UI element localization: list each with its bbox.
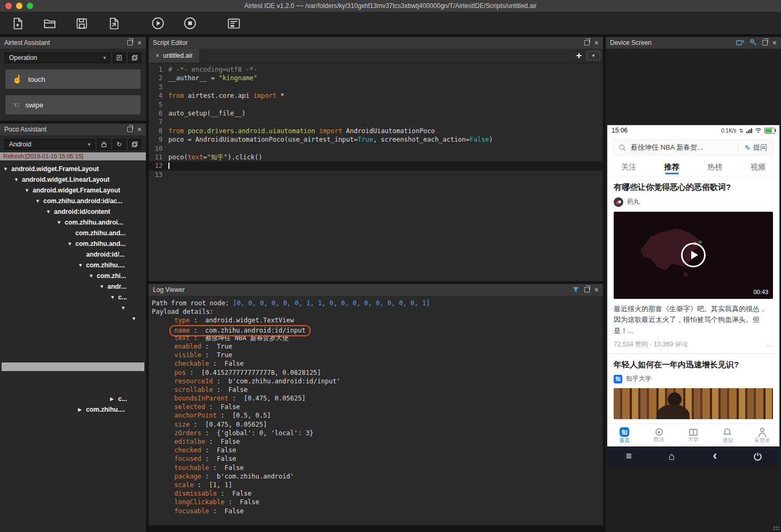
tree-node[interactable]: ▼ (0, 303, 146, 313)
tree-node[interactable]: ▼com.zhihu.android:id/ac... (0, 196, 146, 206)
rotate-screen-button[interactable] (736, 38, 744, 48)
tree-node[interactable]: ▼ (0, 313, 146, 324)
tab-untitled-air[interactable]: × untitled.air (149, 49, 200, 63)
poco-driver-select[interactable]: Android ▾ (5, 139, 95, 150)
tab-热榜[interactable]: 热榜 (693, 159, 737, 176)
power-button[interactable] (737, 451, 780, 461)
tree-node[interactable]: ▼com.zhihu.and... (0, 238, 146, 249)
search-query[interactable]: 蔡徐坤任 NBA 新春贺... (631, 143, 738, 152)
new-script-button[interactable] (9, 14, 27, 33)
tree-node[interactable]: ▼android:id/content (0, 206, 146, 217)
chevron-down-icon[interactable]: ▼ (57, 220, 65, 225)
save-as-button[interactable] (105, 14, 123, 33)
author-row[interactable]: 药丸 (614, 197, 773, 207)
close-panel-icon[interactable]: × (594, 39, 599, 47)
video-thumbnail[interactable]: 00:43 (614, 212, 773, 299)
play-button[interactable] (681, 243, 706, 267)
window-resize-grip[interactable] (773, 526, 779, 531)
chevron-down-icon[interactable]: ▼ (3, 166, 11, 172)
float-panel-icon[interactable] (584, 287, 590, 292)
close-panel-icon[interactable]: × (137, 126, 142, 133)
tree-node[interactable]: ▼com.zhihu.androi... (0, 217, 146, 228)
float-panel-icon[interactable] (127, 40, 133, 45)
tab-推荐[interactable]: 推荐 (651, 159, 694, 176)
tree-node[interactable]: ▼andr... (0, 281, 146, 292)
code-line[interactable]: 3 (149, 83, 603, 91)
nav-item-大学[interactable]: 大学 (676, 424, 710, 446)
chevron-down-icon[interactable]: ▼ (46, 209, 54, 214)
chevron-down-icon[interactable]: ▼ (78, 263, 86, 268)
record-button[interactable] (128, 52, 141, 63)
copy-node-button[interactable] (128, 139, 141, 150)
device-phone-screen[interactable]: 15:06 0.1K/s ⇅ 蔡徐坤任 NBA 新春贺... (607, 125, 779, 466)
close-panel-icon[interactable]: × (137, 39, 142, 47)
tree-node[interactable]: ▼c... (0, 292, 146, 303)
tree-selection-bar[interactable] (2, 363, 144, 371)
chevron-down-icon[interactable]: ▼ (35, 198, 43, 204)
float-panel-icon[interactable] (584, 40, 590, 45)
close-window-button[interactable] (5, 3, 12, 9)
tree-node[interactable]: ▼android.widget.FrameLayout (0, 185, 146, 196)
poco-hierarchy-tree[interactable]: ▼android.widget.FrameLayout▼android.widg… (0, 160, 146, 532)
question-title[interactable]: 有哪些让你觉得恶心的恶俗歌词? (614, 182, 773, 192)
code-line[interactable]: 4from airtest.core.api import * (149, 91, 603, 100)
tab-关注[interactable]: 关注 (607, 159, 651, 176)
stop-script-button[interactable] (181, 14, 199, 33)
chevron-down-icon[interactable]: ▼ (99, 284, 107, 289)
tree-node[interactable]: ▼com.zhi... (0, 271, 146, 281)
answer-image[interactable] (614, 388, 773, 419)
question-title[interactable]: 年轻人如何在一年内迅速增长见识? (614, 359, 773, 370)
tree-node[interactable]: ▼android.widget.LinearLayout (0, 174, 146, 185)
filter-log-button[interactable] (572, 286, 579, 294)
code-line[interactable]: 13 (149, 171, 603, 179)
tree-node[interactable]: ▶c... (0, 394, 146, 404)
author-name[interactable]: 知乎大学 (626, 374, 652, 383)
tab-视频[interactable]: 视频 (737, 159, 780, 176)
view-log-button[interactable] (225, 14, 243, 33)
code-line[interactable]: 9poco = AndroidUiautomationPoco(use_airt… (149, 135, 603, 144)
open-script-button[interactable] (41, 14, 59, 33)
ask-question-button[interactable]: ✎ 提问 (738, 143, 774, 152)
author-row[interactable]: 知 知乎大学 (614, 374, 773, 383)
close-panel-icon[interactable]: × (594, 286, 599, 294)
swipe-button[interactable]: ☜ swipe (5, 95, 141, 114)
minimize-window-button[interactable] (16, 3, 22, 9)
feed-item[interactable]: 有哪些让你觉得恶心的恶俗歌词? 药丸 00:43 最近很火的那首《生僻字》吧。其… (607, 176, 779, 353)
close-tab-icon[interactable]: × (156, 52, 159, 59)
chevron-down-icon[interactable]: ▼ (14, 177, 22, 182)
refresh-tree-button[interactable]: ↻ (113, 139, 126, 150)
code-line[interactable]: 1# -*- encoding=utf8 -*- (149, 65, 603, 74)
avatar[interactable] (614, 197, 623, 207)
code-line[interactable]: 12 (149, 161, 603, 170)
chevron-down-icon[interactable]: ▼ (121, 305, 129, 311)
back-button[interactable]: ‹ (693, 448, 737, 465)
window-controls[interactable] (5, 3, 33, 9)
home-button[interactable]: ⌂ (651, 450, 694, 463)
float-panel-icon[interactable] (762, 40, 768, 45)
chevron-down-icon[interactable]: ▼ (132, 316, 140, 321)
insert-code-button[interactable] (113, 52, 126, 63)
author-name[interactable]: 药丸 (627, 197, 640, 206)
code-line[interactable]: 5 (149, 101, 603, 109)
code-line[interactable]: 8from poco.drivers.android.uiautomation … (149, 127, 603, 135)
tab-list-dropdown[interactable]: ▾ (586, 51, 600, 60)
zhihu-university-logo[interactable]: 知 (614, 375, 622, 383)
nav-item-通知[interactable]: 通知 (710, 424, 745, 446)
code-line[interactable]: 11poco(text="知乎").click() (149, 153, 603, 161)
chevron-down-icon[interactable]: ▼ (89, 273, 97, 279)
nav-item-未登录[interactable]: 未登录 (745, 424, 779, 446)
lock-button[interactable] (97, 139, 110, 150)
code-editor[interactable]: 1# -*- encoding=utf8 -*-2__author__ = "k… (149, 63, 603, 281)
operation-mode-select[interactable]: Operation ▾ (5, 52, 110, 63)
code-line[interactable]: 6auto_setup(__file__) (149, 109, 603, 118)
float-panel-icon[interactable] (127, 127, 133, 132)
chevron-down-icon[interactable]: ▼ (25, 188, 33, 193)
answer-excerpt[interactable]: 最近很火的那首《生僻字》吧。其实我真的很怂，因为这歌最近太火了，很怕被骂个狗血淋… (614, 304, 773, 337)
code-line[interactable]: 10 (149, 144, 603, 153)
touch-button[interactable]: ☝ touch (5, 70, 141, 89)
chevron-right-icon[interactable]: ▶ (78, 407, 86, 412)
more-icon[interactable]: ... (766, 341, 773, 348)
close-panel-icon[interactable]: × (772, 39, 777, 47)
new-tab-button[interactable]: + (571, 49, 586, 63)
nav-item-想法[interactable]: 想法 (641, 424, 676, 446)
